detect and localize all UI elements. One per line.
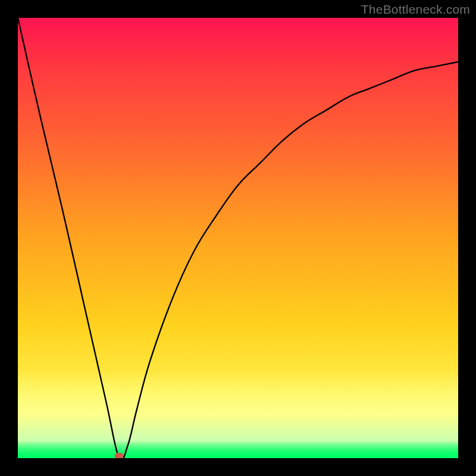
- watermark-text: TheBottleneck.com: [361, 2, 470, 17]
- plot-area: [18, 18, 458, 458]
- bottleneck-curve: [18, 18, 458, 458]
- chart-frame: TheBottleneck.com: [0, 0, 476, 476]
- optimum-marker: [115, 453, 124, 458]
